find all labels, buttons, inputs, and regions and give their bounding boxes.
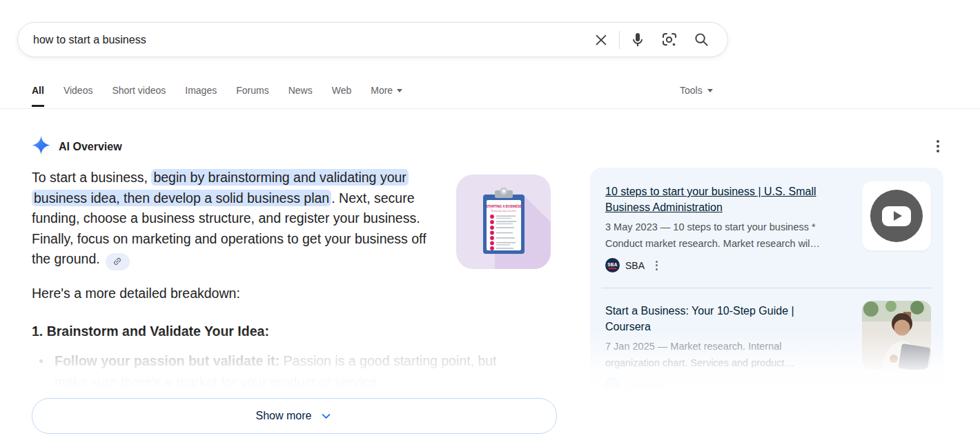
chevron-down-icon xyxy=(397,89,402,92)
show-more-button[interactable]: Show more xyxy=(32,398,557,434)
youtube-video-thumbnail[interactable] xyxy=(862,181,931,250)
source-card-sba: 10 steps to start your business | U.S. S… xyxy=(590,168,943,288)
ai-overview-title: AI Overview xyxy=(59,141,122,153)
clear-search-icon[interactable] xyxy=(591,30,611,50)
tab-short-videos[interactable]: Short videos xyxy=(112,85,166,107)
chevron-down-icon xyxy=(707,89,713,92)
gemini-sparkle-icon xyxy=(32,136,50,157)
tab-videos[interactable]: Videos xyxy=(63,85,93,107)
source-card-coursera: Start a Business: Your 10-Step Guide | C… xyxy=(590,288,943,395)
ai-overview-paragraph: To start a business, begin by brainstorm… xyxy=(32,168,436,270)
source-link-title[interactable]: Start a Business: Your 10-Step Guide | C… xyxy=(605,303,819,335)
illustration-title: STARTING A BUSINESS xyxy=(486,205,522,208)
coursera-photo-thumbnail[interactable] xyxy=(862,301,931,370)
bullet-item: Follow your passion but validate it: Pas… xyxy=(39,350,522,393)
source-link-title[interactable]: 10 steps to start your business | U.S. S… xyxy=(605,183,819,215)
ai-overview-menu-button[interactable] xyxy=(930,138,946,155)
tab-news[interactable]: News xyxy=(288,85,313,107)
searchbar-divider xyxy=(619,31,620,49)
source-menu-button[interactable] xyxy=(676,380,678,390)
sources-panel: 10 steps to start your business | U.S. S… xyxy=(590,168,943,395)
search-input[interactable]: how to start a business xyxy=(33,34,591,46)
tab-all[interactable]: All xyxy=(32,85,44,107)
microphone-icon[interactable] xyxy=(628,30,647,50)
tab-web[interactable]: Web xyxy=(332,85,352,107)
tools-button[interactable]: Tools xyxy=(680,85,713,96)
tab-images[interactable]: Images xyxy=(185,85,217,107)
coursera-logo-icon: C xyxy=(605,377,620,392)
youtube-play-icon xyxy=(870,190,923,242)
paragraph-pre: To start a business, xyxy=(32,170,151,185)
search-bar[interactable]: how to start a business xyxy=(17,22,728,57)
citation-link-button[interactable] xyxy=(106,253,130,270)
google-lens-icon[interactable] xyxy=(660,30,679,50)
checklist-illustration-image[interactable]: STARTING A BUSINESS A step-by-step check… xyxy=(456,175,551,269)
source-snippet: 7 Jan 2025 — Market research. Internal o… xyxy=(605,338,825,371)
source-menu-button[interactable] xyxy=(656,261,658,270)
google-search-results-page: how to start a business All Videos Short… xyxy=(0,0,980,447)
source-attribution[interactable]: C Coursera xyxy=(605,377,678,392)
header-divider xyxy=(0,108,980,109)
search-icon[interactable] xyxy=(692,30,711,50)
sba-logo-icon: SBA xyxy=(605,258,620,272)
bullet-bold-text: Follow your passion but validate it: xyxy=(55,353,280,368)
tab-more[interactable]: More xyxy=(371,85,402,107)
breakdown-intro: Here's a more detailed breakdown: xyxy=(32,286,240,301)
ai-overview-header: AI Overview xyxy=(32,136,122,157)
section-heading: 1. Brainstorm and Validate Your Idea: xyxy=(32,324,269,339)
bullet-dot xyxy=(39,359,43,363)
chevron-down-icon xyxy=(320,410,333,423)
source-snippet: 3 May 2023 — 10 steps to start your busi… xyxy=(605,219,825,252)
result-type-tabs: All Videos Short videos Images Forums Ne… xyxy=(32,85,402,107)
source-attribution[interactable]: SBA SBA xyxy=(605,258,658,272)
tab-forums[interactable]: Forums xyxy=(236,85,268,107)
illustration-subtitle: A step-by-step checklist xyxy=(491,210,516,212)
